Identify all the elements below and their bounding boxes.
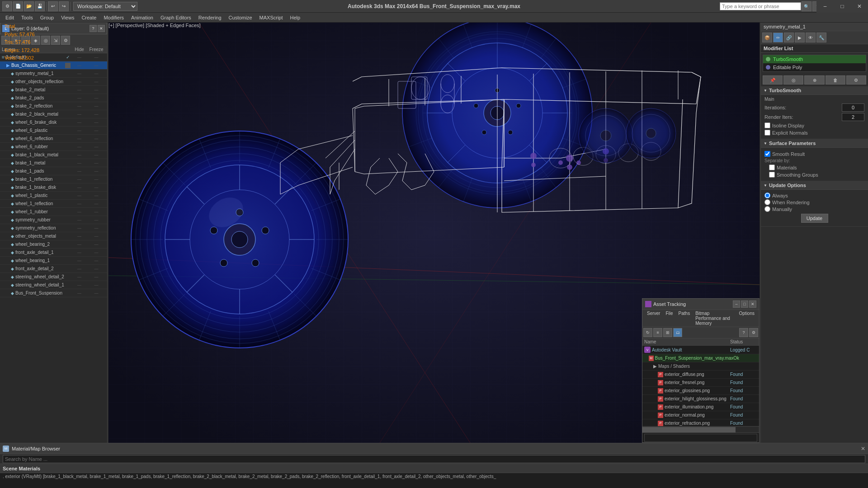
asset-help-btn[interactable]: ? [739,328,748,337]
display-tab[interactable]: 👁 [806,33,816,42]
minimize-button[interactable]: – [816,0,834,13]
menu-modifiers[interactable]: Modifiers [100,14,127,21]
asset-settings-btn[interactable]: ⚙ [749,328,758,337]
asset-menu-options[interactable]: Options [736,310,757,326]
explicit-normals-checkbox[interactable] [764,130,770,136]
layers-list[interactable]: ≡ 0 (default) ✓ — — ▶ Bus_Chassis_Generi… [0,53,107,443]
layer-item[interactable]: ◆ symmetry_rubber — — [0,216,107,224]
surface-params-header[interactable]: Surface Parameters [761,139,868,148]
layer-add-selected-btn[interactable]: → [21,36,30,45]
asset-close-btn[interactable]: ✕ [749,300,756,308]
layer-item[interactable]: ◆ wheel_1_plastic — — [0,192,107,200]
configure-btn[interactable]: ⚙ [846,75,866,84]
layer-item[interactable]: ◆ brake_2_pads — — [0,94,107,102]
asset-menu-bitmap[interactable]: Bitmap Performance and Memory [693,310,736,326]
asset-menu-server[interactable]: Server [644,310,663,326]
layer-item[interactable]: ◆ front_axle_detail_1 — — [0,249,107,257]
asset-hscrollbar-thumb[interactable] [642,427,736,432]
layer-item[interactable]: ◆ wheel_bearing_1 — — [0,257,107,265]
layer-item[interactable]: ◆ brake_1_brake_disk — — [0,183,107,192]
asset-menu-paths[interactable]: Paths [676,310,693,326]
asset-detail-view-btn[interactable]: ⊞ [663,328,672,337]
undo-btn[interactable]: ↩ [48,1,58,11]
layer-item[interactable]: ◆ steering_wheel_detail_1 — — [0,281,107,289]
menu-create[interactable]: Create [78,14,100,21]
layer-item[interactable]: ◆ steering_wheel_detail_2 — — [0,273,107,281]
layer-select-objects-btn[interactable]: ◈ [31,36,40,45]
motion-tab[interactable]: ▶ [795,33,805,42]
asset-item[interactable]: P exterior_fresnel.png Found [642,379,759,387]
asset-minimize-btn[interactable]: – [733,300,740,308]
material-browser-close[interactable]: ✕ [861,446,865,452]
asset-item[interactable]: P exterior_hilight_glossiness.png Found [642,395,759,403]
material-search-input[interactable] [3,455,865,463]
menu-maxscript[interactable]: MAXScript [256,14,287,21]
asset-path-input[interactable] [644,434,757,442]
asset-tree-view-btn[interactable]: 🗂 [673,328,682,337]
make-unique-btn[interactable]: ⊕ [804,75,824,84]
asset-refresh-btn[interactable]: ↻ [643,328,652,337]
smoothing-groups-checkbox[interactable] [769,172,775,178]
layer-item[interactable]: ◆ brake_2_metal — — [0,86,107,94]
layer-item[interactable]: ◆ brake_2_black_metal — — [0,110,107,118]
layer-item[interactable]: ◆ brake_1_black_metal — — [0,151,107,159]
asset-hscrollbar[interactable] [642,426,759,432]
asset-item[interactable]: P exterior_illumination.png Found [642,403,759,411]
always-radio[interactable] [764,192,770,198]
layer-item[interactable]: ◆ symmetry_reflection — — [0,224,107,232]
asset-list-view-btn[interactable]: ≡ [653,328,662,337]
asset-item[interactable]: P exterior_glossines.png Found [642,387,759,395]
layer-delete-btn[interactable]: × [11,36,20,45]
render-iters-input[interactable] [842,113,864,121]
layer-item[interactable]: ◆ wheel_bearing_2 — — [0,240,107,249]
manually-radio[interactable] [764,206,770,212]
smooth-result-checkbox[interactable] [764,151,770,157]
materials-checkbox[interactable] [769,164,775,170]
layer-item[interactable]: ◆ wheel_6_rubber — — [0,143,107,151]
new-btn[interactable]: 📄 [13,1,23,11]
menu-rendering[interactable]: Rendering [195,14,225,21]
asset-list[interactable]: V Autodesk Vault Logged C M Bus_Front_Su… [642,346,759,426]
layer-item[interactable]: ◆ wheel_6_plastic — — [0,127,107,135]
layer-item[interactable]: ◆ other_objects_reflection — — [0,78,107,86]
redo-btn[interactable]: ↪ [59,1,69,11]
pin-stack-btn[interactable]: 📌 [763,75,783,84]
layer-new-btn[interactable]: + [1,36,10,45]
search-input[interactable] [720,2,801,10]
remove-modifier-btn[interactable]: 🗑 [826,75,845,84]
search-icon[interactable]: 🔍 [802,1,811,11]
layer-item[interactable]: ◆ brake_1_metal — — [0,159,107,167]
save-btn[interactable]: 💾 [35,1,45,11]
layer-item[interactable]: ◆ brake_1_pads — — [0,167,107,175]
turbosmooth-section-header[interactable]: TurboSmooth [761,86,868,95]
create-tab[interactable]: 📦 [762,33,772,42]
close-button[interactable]: ✕ [851,0,868,13]
modifier-turbosmooth[interactable]: TurboSmooth [763,55,866,63]
asset-item[interactable]: P exterior_refraction.png Found [642,419,759,426]
asset-item[interactable]: V Autodesk Vault Logged C [642,346,759,354]
layer-item[interactable]: ◆ wheel_1_reflection — — [0,200,107,208]
menu-animation[interactable]: Animation [127,14,157,21]
layer-item[interactable]: ◆ wheel_6_reflection — — [0,135,107,143]
menu-help[interactable]: Help [287,14,304,21]
asset-item[interactable]: M Bus_Front_Suspension_max_vray.max Ok [642,354,759,362]
menu-edit[interactable]: Edit [2,14,18,21]
update-options-header[interactable]: Update Options [761,181,868,190]
when-rendering-radio[interactable] [764,199,770,205]
menu-views[interactable]: Views [57,14,78,21]
layer-item[interactable]: ▶ Bus_Chassis_Generic — — [0,61,107,70]
layer-item[interactable]: ◆ brake_1_reflection — — [0,175,107,183]
hierarchy-tab[interactable]: 🔗 [784,33,794,42]
open-btn[interactable]: 📂 [24,1,34,11]
layer-item[interactable]: ≡ 0 (default) ✓ — — [0,53,107,61]
layer-merge-btn[interactable]: ⇲ [51,36,60,45]
layer-item[interactable]: ◆ other_objects_metal — — [0,232,107,240]
iterations-input[interactable] [842,103,864,112]
asset-menu-file[interactable]: File [663,310,675,326]
layer-help-btn[interactable]: ? [90,25,97,32]
menu-tools[interactable]: Tools [18,14,37,21]
menu-graph-editors[interactable]: Graph Editors [157,14,195,21]
layer-highlight-btn[interactable]: ◎ [41,36,50,45]
update-button[interactable]: Update [801,214,828,223]
asset-restore-btn[interactable]: □ [741,300,748,308]
